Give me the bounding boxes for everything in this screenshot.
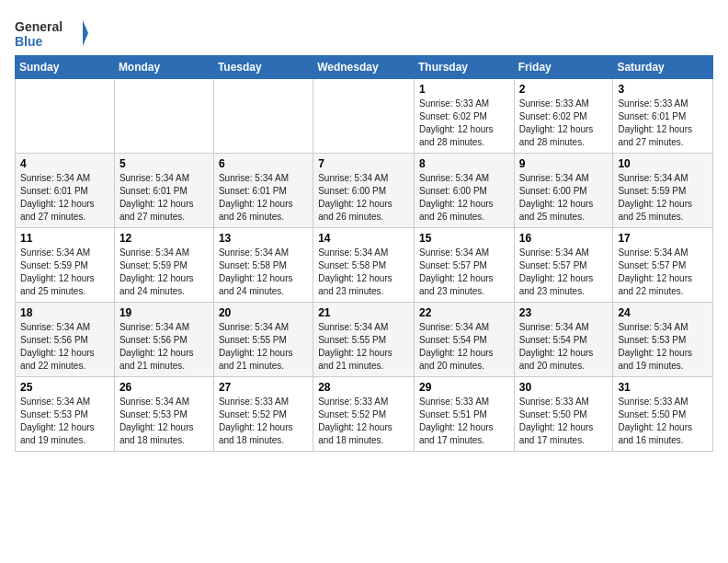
day-info: Sunrise: 5:34 AM Sunset: 5:54 PM Dayligh… <box>519 321 609 373</box>
calendar-cell: 21Sunrise: 5:34 AM Sunset: 5:55 PM Dayli… <box>313 303 415 377</box>
day-info: Sunrise: 5:34 AM Sunset: 5:57 PM Dayligh… <box>519 247 609 298</box>
calendar-header-row: SundayMondayTuesdayWednesdayThursdayFrid… <box>16 56 713 79</box>
day-info: Sunrise: 5:33 AM Sunset: 5:50 PM Dayligh… <box>618 396 708 447</box>
day-number: 7 <box>318 157 409 170</box>
day-header-wednesday: Wednesday <box>313 56 415 79</box>
day-info: Sunrise: 5:34 AM Sunset: 6:01 PM Dayligh… <box>20 172 109 224</box>
header: General Blue <box>15 15 713 52</box>
day-number: 29 <box>419 381 509 394</box>
day-number: 19 <box>119 306 209 319</box>
calendar-cell: 15Sunrise: 5:34 AM Sunset: 5:57 PM Dayli… <box>414 228 514 303</box>
calendar-week-row: 4Sunrise: 5:34 AM Sunset: 6:01 PM Daylig… <box>16 154 713 228</box>
calendar-cell <box>213 79 313 154</box>
calendar-cell: 31Sunrise: 5:33 AM Sunset: 5:50 PM Dayli… <box>613 377 713 452</box>
day-number: 5 <box>119 157 209 170</box>
day-number: 11 <box>20 232 109 245</box>
calendar-cell: 26Sunrise: 5:34 AM Sunset: 5:53 PM Dayli… <box>114 377 213 452</box>
calendar-cell: 9Sunrise: 5:34 AM Sunset: 6:00 PM Daylig… <box>514 154 613 228</box>
calendar-cell: 13Sunrise: 5:34 AM Sunset: 5:58 PM Dayli… <box>213 228 313 303</box>
day-number: 25 <box>20 381 109 394</box>
day-info: Sunrise: 5:34 AM Sunset: 5:54 PM Dayligh… <box>419 321 509 373</box>
day-info: Sunrise: 5:34 AM Sunset: 6:01 PM Dayligh… <box>119 172 209 224</box>
day-info: Sunrise: 5:34 AM Sunset: 5:57 PM Dayligh… <box>618 247 708 298</box>
day-number: 12 <box>119 232 209 245</box>
day-number: 26 <box>119 381 209 394</box>
day-header-saturday: Saturday <box>613 56 713 79</box>
calendar-cell: 7Sunrise: 5:34 AM Sunset: 6:00 PM Daylig… <box>313 154 415 228</box>
day-number: 28 <box>318 381 409 394</box>
calendar-cell: 4Sunrise: 5:34 AM Sunset: 6:01 PM Daylig… <box>16 154 115 228</box>
day-number: 8 <box>419 157 509 170</box>
calendar-cell: 5Sunrise: 5:34 AM Sunset: 6:01 PM Daylig… <box>114 154 213 228</box>
day-info: Sunrise: 5:34 AM Sunset: 5:53 PM Dayligh… <box>618 321 708 373</box>
calendar-cell <box>16 79 115 154</box>
calendar-cell: 20Sunrise: 5:34 AM Sunset: 5:55 PM Dayli… <box>213 303 313 377</box>
day-info: Sunrise: 5:34 AM Sunset: 5:59 PM Dayligh… <box>119 247 209 298</box>
calendar-cell: 30Sunrise: 5:33 AM Sunset: 5:50 PM Dayli… <box>514 377 613 452</box>
calendar-cell: 25Sunrise: 5:34 AM Sunset: 5:53 PM Dayli… <box>16 377 115 452</box>
day-info: Sunrise: 5:34 AM Sunset: 6:00 PM Dayligh… <box>419 172 509 224</box>
day-number: 31 <box>618 381 708 394</box>
calendar-cell: 17Sunrise: 5:34 AM Sunset: 5:57 PM Dayli… <box>613 228 713 303</box>
calendar-cell: 16Sunrise: 5:34 AM Sunset: 5:57 PM Dayli… <box>514 228 613 303</box>
day-number: 24 <box>618 306 708 319</box>
calendar-cell: 22Sunrise: 5:34 AM Sunset: 5:54 PM Dayli… <box>414 303 514 377</box>
day-info: Sunrise: 5:33 AM Sunset: 6:02 PM Dayligh… <box>519 98 609 149</box>
calendar-cell: 14Sunrise: 5:34 AM Sunset: 5:58 PM Dayli… <box>313 228 415 303</box>
calendar-cell: 24Sunrise: 5:34 AM Sunset: 5:53 PM Dayli… <box>613 303 713 377</box>
svg-marker-2 <box>83 20 88 46</box>
logo: General Blue <box>15 15 88 52</box>
day-number: 9 <box>519 157 609 170</box>
day-info: Sunrise: 5:34 AM Sunset: 6:00 PM Dayligh… <box>318 172 409 224</box>
day-number: 21 <box>318 306 409 319</box>
calendar-cell: 11Sunrise: 5:34 AM Sunset: 5:59 PM Dayli… <box>16 228 115 303</box>
day-info: Sunrise: 5:34 AM Sunset: 5:53 PM Dayligh… <box>119 396 209 447</box>
calendar-week-row: 11Sunrise: 5:34 AM Sunset: 5:59 PM Dayli… <box>16 228 713 303</box>
day-info: Sunrise: 5:34 AM Sunset: 6:01 PM Dayligh… <box>219 172 308 224</box>
day-header-monday: Monday <box>114 56 213 79</box>
calendar-cell: 12Sunrise: 5:34 AM Sunset: 5:59 PM Dayli… <box>114 228 213 303</box>
calendar-cell: 6Sunrise: 5:34 AM Sunset: 6:01 PM Daylig… <box>213 154 313 228</box>
day-number: 14 <box>318 232 409 245</box>
day-number: 16 <box>519 232 609 245</box>
logo-svg: General Blue <box>15 15 88 52</box>
day-info: Sunrise: 5:34 AM Sunset: 5:56 PM Dayligh… <box>20 321 109 373</box>
calendar-week-row: 25Sunrise: 5:34 AM Sunset: 5:53 PM Dayli… <box>16 377 713 452</box>
calendar-cell: 10Sunrise: 5:34 AM Sunset: 5:59 PM Dayli… <box>613 154 713 228</box>
day-header-thursday: Thursday <box>414 56 514 79</box>
calendar-cell <box>313 79 415 154</box>
day-number: 13 <box>219 232 308 245</box>
day-number: 27 <box>219 381 308 394</box>
day-number: 22 <box>419 306 509 319</box>
day-number: 10 <box>618 157 708 170</box>
calendar-cell: 28Sunrise: 5:33 AM Sunset: 5:52 PM Dayli… <box>313 377 415 452</box>
day-info: Sunrise: 5:34 AM Sunset: 6:00 PM Dayligh… <box>519 172 609 224</box>
day-number: 1 <box>419 83 509 96</box>
day-info: Sunrise: 5:33 AM Sunset: 5:52 PM Dayligh… <box>219 396 308 447</box>
day-number: 6 <box>219 157 308 170</box>
calendar-cell: 27Sunrise: 5:33 AM Sunset: 5:52 PM Dayli… <box>213 377 313 452</box>
day-info: Sunrise: 5:34 AM Sunset: 5:58 PM Dayligh… <box>219 247 308 298</box>
day-info: Sunrise: 5:33 AM Sunset: 5:52 PM Dayligh… <box>318 396 409 447</box>
day-header-sunday: Sunday <box>16 56 115 79</box>
calendar-cell <box>114 79 213 154</box>
day-info: Sunrise: 5:33 AM Sunset: 5:51 PM Dayligh… <box>419 396 509 447</box>
day-info: Sunrise: 5:34 AM Sunset: 5:59 PM Dayligh… <box>20 247 109 298</box>
day-number: 20 <box>219 306 308 319</box>
day-number: 3 <box>618 83 708 96</box>
calendar-cell: 3Sunrise: 5:33 AM Sunset: 6:01 PM Daylig… <box>613 79 713 154</box>
day-info: Sunrise: 5:34 AM Sunset: 5:55 PM Dayligh… <box>219 321 308 373</box>
day-header-tuesday: Tuesday <box>213 56 313 79</box>
calendar-cell: 23Sunrise: 5:34 AM Sunset: 5:54 PM Dayli… <box>514 303 613 377</box>
day-number: 18 <box>20 306 109 319</box>
day-info: Sunrise: 5:34 AM Sunset: 5:53 PM Dayligh… <box>20 396 109 447</box>
calendar-table: SundayMondayTuesdayWednesdayThursdayFrid… <box>15 55 713 452</box>
day-info: Sunrise: 5:34 AM Sunset: 5:56 PM Dayligh… <box>119 321 209 373</box>
calendar-cell: 8Sunrise: 5:34 AM Sunset: 6:00 PM Daylig… <box>414 154 514 228</box>
calendar-cell: 19Sunrise: 5:34 AM Sunset: 5:56 PM Dayli… <box>114 303 213 377</box>
calendar-week-row: 1Sunrise: 5:33 AM Sunset: 6:02 PM Daylig… <box>16 79 713 154</box>
day-info: Sunrise: 5:34 AM Sunset: 5:57 PM Dayligh… <box>419 247 509 298</box>
day-number: 23 <box>519 306 609 319</box>
calendar-cell: 18Sunrise: 5:34 AM Sunset: 5:56 PM Dayli… <box>16 303 115 377</box>
day-number: 15 <box>419 232 509 245</box>
